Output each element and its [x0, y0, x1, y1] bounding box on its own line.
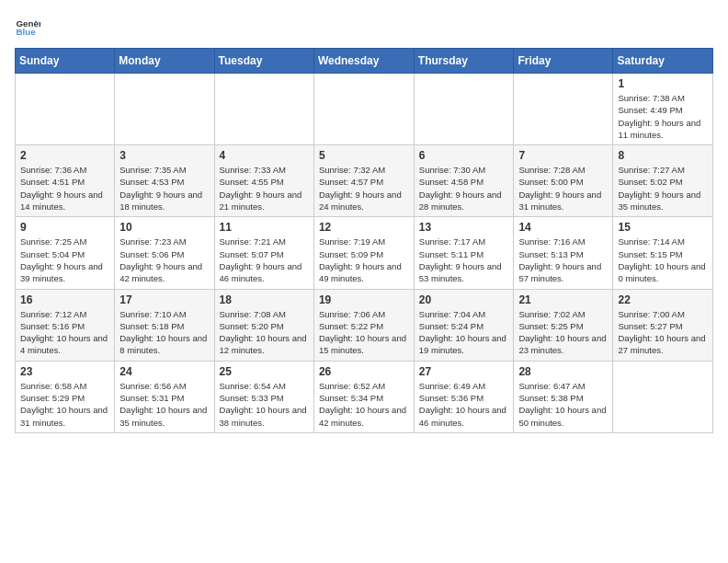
calendar-table: SundayMondayTuesdayWednesdayThursdayFrid… [15, 48, 713, 433]
calendar-cell [16, 74, 115, 145]
day-number: 23 [20, 365, 109, 378]
day-info: Sunrise: 7:10 AM Sunset: 5:18 PM Dayligh… [119, 308, 209, 357]
day-number: 4 [220, 149, 309, 162]
day-info: Sunrise: 7:35 AM Sunset: 4:53 PM Dayligh… [119, 164, 209, 213]
weekday-header-thursday: Thursday [414, 49, 514, 74]
day-number: 11 [220, 221, 309, 234]
day-info: Sunrise: 7:00 AM Sunset: 5:27 PM Dayligh… [618, 308, 708, 357]
day-info: Sunrise: 7:30 AM Sunset: 4:58 PM Dayligh… [419, 164, 509, 213]
calendar-cell: 13Sunrise: 7:17 AM Sunset: 5:11 PM Dayli… [414, 217, 514, 289]
day-info: Sunrise: 6:49 AM Sunset: 5:36 PM Dayligh… [419, 380, 509, 429]
calendar-cell: 27Sunrise: 6:49 AM Sunset: 5:36 PM Dayli… [414, 361, 514, 432]
day-info: Sunrise: 7:16 AM Sunset: 5:13 PM Dayligh… [518, 236, 608, 284]
day-info: Sunrise: 7:28 AM Sunset: 5:00 PM Dayligh… [518, 164, 608, 213]
calendar-week-row: 16Sunrise: 7:12 AM Sunset: 5:16 PM Dayli… [16, 289, 713, 361]
calendar-cell: 1Sunrise: 7:38 AM Sunset: 4:49 PM Daylig… [613, 74, 713, 145]
day-info: Sunrise: 6:56 AM Sunset: 5:31 PM Dayligh… [119, 380, 209, 429]
day-number: 25 [220, 365, 309, 378]
calendar-week-row: 23Sunrise: 6:58 AM Sunset: 5:29 PM Dayli… [16, 361, 713, 432]
day-number: 14 [518, 221, 608, 234]
day-info: Sunrise: 7:32 AM Sunset: 4:57 PM Dayligh… [319, 164, 409, 213]
calendar-cell [414, 74, 514, 145]
day-info: Sunrise: 7:17 AM Sunset: 5:11 PM Dayligh… [419, 236, 509, 284]
calendar-cell [313, 74, 414, 145]
day-number: 1 [618, 77, 708, 90]
day-info: Sunrise: 7:04 AM Sunset: 5:24 PM Dayligh… [419, 308, 509, 357]
day-info: Sunrise: 7:08 AM Sunset: 5:20 PM Dayligh… [220, 308, 309, 357]
calendar-cell: 2Sunrise: 7:36 AM Sunset: 4:51 PM Daylig… [16, 145, 115, 217]
calendar-cell: 12Sunrise: 7:19 AM Sunset: 5:09 PM Dayli… [313, 217, 414, 289]
day-number: 8 [618, 149, 708, 162]
calendar-cell: 4Sunrise: 7:33 AM Sunset: 4:55 PM Daylig… [214, 145, 313, 217]
day-info: Sunrise: 6:54 AM Sunset: 5:33 PM Dayligh… [220, 380, 309, 429]
day-number: 28 [518, 365, 608, 378]
day-number: 5 [319, 149, 409, 162]
day-info: Sunrise: 7:12 AM Sunset: 5:16 PM Dayligh… [20, 308, 109, 357]
day-number: 9 [20, 221, 109, 234]
calendar-header-row: SundayMondayTuesdayWednesdayThursdayFrid… [16, 49, 713, 74]
weekday-header-monday: Monday [115, 49, 214, 74]
day-info: Sunrise: 7:27 AM Sunset: 5:02 PM Dayligh… [618, 164, 708, 213]
day-number: 21 [518, 293, 608, 306]
calendar-cell: 11Sunrise: 7:21 AM Sunset: 5:07 PM Dayli… [214, 217, 313, 289]
day-number: 10 [119, 221, 209, 234]
weekday-header-sunday: Sunday [16, 49, 115, 74]
calendar-cell: 24Sunrise: 6:56 AM Sunset: 5:31 PM Dayli… [115, 361, 214, 432]
day-number: 16 [20, 293, 109, 306]
calendar-cell: 28Sunrise: 6:47 AM Sunset: 5:38 PM Dayli… [514, 361, 613, 432]
day-number: 19 [319, 293, 409, 306]
calendar-cell: 3Sunrise: 7:35 AM Sunset: 4:53 PM Daylig… [115, 145, 214, 217]
calendar-cell [613, 361, 713, 432]
calendar-cell: 7Sunrise: 7:28 AM Sunset: 5:00 PM Daylig… [514, 145, 613, 217]
calendar-cell: 18Sunrise: 7:08 AM Sunset: 5:20 PM Dayli… [214, 289, 313, 361]
day-info: Sunrise: 6:52 AM Sunset: 5:34 PM Dayligh… [319, 380, 409, 429]
day-info: Sunrise: 6:58 AM Sunset: 5:29 PM Dayligh… [20, 380, 109, 429]
calendar-week-row: 9Sunrise: 7:25 AM Sunset: 5:04 PM Daylig… [16, 217, 713, 289]
day-number: 7 [518, 149, 608, 162]
day-number: 17 [119, 293, 209, 306]
day-info: Sunrise: 7:23 AM Sunset: 5:06 PM Dayligh… [119, 236, 209, 284]
day-info: Sunrise: 7:06 AM Sunset: 5:22 PM Dayligh… [319, 308, 409, 357]
calendar-cell [214, 74, 313, 145]
calendar-cell [514, 74, 613, 145]
calendar-cell: 10Sunrise: 7:23 AM Sunset: 5:06 PM Dayli… [115, 217, 214, 289]
day-info: Sunrise: 7:02 AM Sunset: 5:25 PM Dayligh… [518, 308, 608, 357]
day-number: 26 [319, 365, 409, 378]
day-info: Sunrise: 7:25 AM Sunset: 5:04 PM Dayligh… [20, 236, 109, 284]
svg-text:Blue: Blue [16, 27, 36, 37]
calendar-week-row: 2Sunrise: 7:36 AM Sunset: 4:51 PM Daylig… [16, 145, 713, 217]
logo-icon: General Blue [15, 15, 40, 40]
day-info: Sunrise: 6:47 AM Sunset: 5:38 PM Dayligh… [518, 380, 608, 429]
calendar-cell [115, 74, 214, 145]
day-info: Sunrise: 7:19 AM Sunset: 5:09 PM Dayligh… [319, 236, 409, 284]
day-info: Sunrise: 7:14 AM Sunset: 5:15 PM Dayligh… [618, 236, 708, 284]
day-number: 24 [119, 365, 209, 378]
day-number: 15 [618, 221, 708, 234]
day-info: Sunrise: 7:33 AM Sunset: 4:55 PM Dayligh… [220, 164, 309, 213]
day-info: Sunrise: 7:36 AM Sunset: 4:51 PM Dayligh… [20, 164, 109, 213]
day-number: 13 [419, 221, 509, 234]
page-header: General Blue [15, 15, 713, 40]
calendar-cell: 26Sunrise: 6:52 AM Sunset: 5:34 PM Dayli… [313, 361, 414, 432]
weekday-header-wednesday: Wednesday [313, 49, 414, 74]
day-number: 22 [618, 293, 708, 306]
day-number: 18 [220, 293, 309, 306]
calendar-cell: 16Sunrise: 7:12 AM Sunset: 5:16 PM Dayli… [16, 289, 115, 361]
weekday-header-friday: Friday [514, 49, 613, 74]
day-info: Sunrise: 7:21 AM Sunset: 5:07 PM Dayligh… [220, 236, 309, 284]
weekday-header-tuesday: Tuesday [214, 49, 313, 74]
calendar-cell: 20Sunrise: 7:04 AM Sunset: 5:24 PM Dayli… [414, 289, 514, 361]
day-number: 3 [119, 149, 209, 162]
calendar-cell: 8Sunrise: 7:27 AM Sunset: 5:02 PM Daylig… [613, 145, 713, 217]
calendar-cell: 25Sunrise: 6:54 AM Sunset: 5:33 PM Dayli… [214, 361, 313, 432]
calendar-cell: 6Sunrise: 7:30 AM Sunset: 4:58 PM Daylig… [414, 145, 514, 217]
calendar-cell: 9Sunrise: 7:25 AM Sunset: 5:04 PM Daylig… [16, 217, 115, 289]
calendar-cell: 23Sunrise: 6:58 AM Sunset: 5:29 PM Dayli… [16, 361, 115, 432]
day-number: 2 [20, 149, 109, 162]
day-number: 6 [419, 149, 509, 162]
day-number: 20 [419, 293, 509, 306]
calendar-cell: 15Sunrise: 7:14 AM Sunset: 5:15 PM Dayli… [613, 217, 713, 289]
calendar-cell: 21Sunrise: 7:02 AM Sunset: 5:25 PM Dayli… [514, 289, 613, 361]
calendar-cell: 5Sunrise: 7:32 AM Sunset: 4:57 PM Daylig… [313, 145, 414, 217]
calendar-cell: 17Sunrise: 7:10 AM Sunset: 5:18 PM Dayli… [115, 289, 214, 361]
